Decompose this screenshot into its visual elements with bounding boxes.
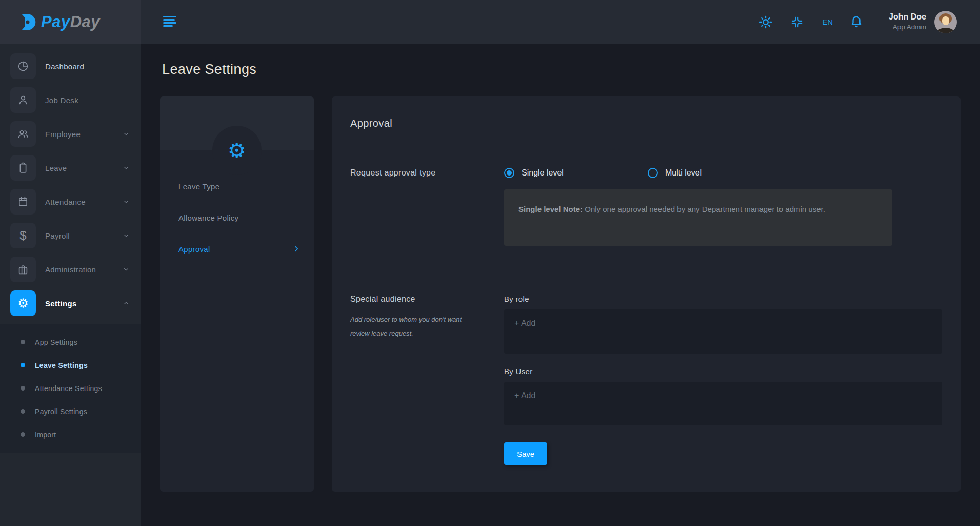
nav-item-allowance-policy[interactable]: Allowance Policy xyxy=(160,207,314,228)
notifications-bell-icon[interactable] xyxy=(849,15,864,29)
submenu-item-app-settings[interactable]: App Settings xyxy=(0,330,141,354)
clipboard-icon xyxy=(10,155,36,181)
sidebar-item-attendance[interactable]: Attendance xyxy=(10,189,141,215)
settings-submenu: App Settings Leave Settings Attendance S… xyxy=(0,324,141,453)
fullscreen-compress-icon[interactable] xyxy=(790,15,804,29)
sidebar: Dashboard Job Desk Employee xyxy=(0,44,141,526)
note-body: Only one approval needed by any Departme… xyxy=(583,205,825,213)
page-title: Leave Settings xyxy=(162,62,256,77)
pie-chart-icon xyxy=(10,53,36,79)
language-selector[interactable]: EN xyxy=(822,17,833,26)
approval-panel: Approval Request approval type Single le… xyxy=(332,96,961,492)
settings-nav-card: ⚙ Leave Type Allowance Policy Approval xyxy=(160,96,314,492)
bullet-icon xyxy=(21,432,25,437)
sidebar-item-job-desk[interactable]: Job Desk xyxy=(10,87,141,113)
chevron-up-icon xyxy=(123,300,130,307)
bullet-icon xyxy=(21,386,25,391)
sidebar-item-employee[interactable]: Employee xyxy=(10,121,141,147)
chevron-right-icon xyxy=(292,245,301,253)
gear-icon: ⚙ xyxy=(10,290,36,316)
brand-name: PayDay xyxy=(41,13,100,31)
person-icon xyxy=(10,87,36,113)
by-role-label: By role xyxy=(504,295,942,303)
radio-multi-level[interactable]: Multi level xyxy=(648,168,702,178)
save-button[interactable]: Save xyxy=(504,442,547,465)
dollar-icon: $ xyxy=(10,223,36,248)
nav-item-leave-type[interactable]: Leave Type xyxy=(160,176,314,197)
gear-badge: ⚙ xyxy=(212,126,262,175)
submenu-item-payroll-settings[interactable]: Payroll Settings xyxy=(0,400,141,423)
chevron-down-icon xyxy=(123,198,130,205)
user-avatar[interactable] xyxy=(934,11,957,33)
user-role: App Admin xyxy=(889,23,926,32)
chevron-down-icon xyxy=(123,232,130,239)
submenu-item-leave-settings[interactable]: Leave Settings xyxy=(0,354,141,377)
sidebar-toggle-button[interactable] xyxy=(163,16,176,27)
single-level-note: Single level Note: Only one approval nee… xyxy=(504,189,892,246)
sidebar-item-payroll[interactable]: $ Payroll xyxy=(10,223,141,248)
calendar-icon xyxy=(10,189,36,215)
chevron-down-icon xyxy=(123,130,130,138)
chevron-down-icon xyxy=(123,164,130,171)
bullet-icon xyxy=(21,340,25,344)
by-user-add-field[interactable]: + Add xyxy=(504,382,942,425)
bullet-icon xyxy=(21,363,25,367)
payday-logo-icon xyxy=(16,12,37,32)
topbar-actions: EN John Doe App Admin xyxy=(758,0,980,44)
chevron-down-icon xyxy=(123,266,130,273)
sidebar-item-dashboard[interactable]: Dashboard xyxy=(10,53,141,79)
user-menu[interactable]: John Doe App Admin xyxy=(889,12,926,31)
theme-brightness-icon[interactable] xyxy=(758,15,773,29)
by-user-label: By User xyxy=(504,367,942,376)
topbar: PayDay EN xyxy=(0,0,980,44)
nav-item-approval[interactable]: Approval xyxy=(160,239,314,259)
main-content: Leave Settings ⚙ Leave Type Allowance Po… xyxy=(141,44,980,526)
bullet-icon xyxy=(21,409,25,414)
user-name: John Doe xyxy=(889,12,926,23)
sidebar-item-settings[interactable]: ⚙ Settings xyxy=(10,290,141,316)
by-role-add-field[interactable]: + Add xyxy=(504,309,942,354)
special-audience-description: Add role/user to whom you don't want rev… xyxy=(350,313,471,340)
sidebar-item-leave[interactable]: Leave xyxy=(10,155,141,181)
submenu-item-attendance-settings[interactable]: Attendance Settings xyxy=(0,377,141,400)
radio-single-level[interactable]: Single level xyxy=(504,168,648,178)
radio-unselected-icon[interactable] xyxy=(648,168,658,178)
people-icon xyxy=(10,121,36,147)
special-audience-label: Special audience xyxy=(350,295,504,304)
topbar-divider xyxy=(876,11,876,33)
brand-logo[interactable]: PayDay xyxy=(0,0,141,44)
note-title: Single level Note: xyxy=(518,205,583,213)
panel-title: Approval xyxy=(332,96,961,150)
briefcase-icon xyxy=(10,257,36,282)
approval-type-radio-group: Single level Multi level xyxy=(504,168,702,178)
request-approval-type-label: Request approval type xyxy=(350,168,504,178)
gear-icon: ⚙ xyxy=(228,140,246,161)
radio-selected-icon[interactable] xyxy=(504,168,514,178)
submenu-item-import[interactable]: Import xyxy=(0,423,141,446)
sidebar-item-administration[interactable]: Administration xyxy=(10,257,141,282)
